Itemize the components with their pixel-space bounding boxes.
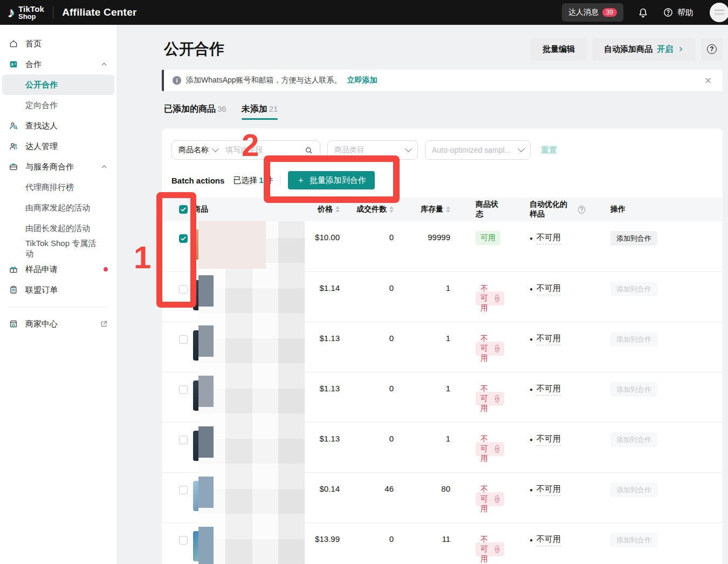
page-title: 公开合作 — [164, 39, 224, 59]
sidebar-item-1[interactable]: 合作 — [2, 54, 114, 74]
sidebar-item-label: 查找达人 — [25, 121, 58, 131]
sidebar-item-6[interactable]: 与服务商合作 — [2, 157, 114, 177]
price-value: $1.14 — [306, 272, 344, 293]
stock-value: 1 — [398, 272, 455, 293]
banner-close-icon[interactable]: ✕ — [705, 76, 712, 86]
top-bar: ♪ TikTok Shop Affiliate Center 达人消息 39 帮… — [0, 0, 728, 25]
sidebar-item-8[interactable]: 由商家发起的活动 — [2, 198, 114, 218]
status-help-icon: ? — [495, 445, 499, 453]
price-value: $13.99 — [306, 523, 344, 543]
bullet-icon: ● — [530, 386, 533, 392]
sidebar-item-2[interactable]: 公开合作 — [2, 74, 114, 95]
tab-added-products[interactable]: 已添加的商品36 — [164, 104, 226, 120]
sidebar-item-3[interactable]: 定向合作 — [2, 95, 114, 115]
select-all-checkbox[interactable] — [179, 205, 188, 214]
sidebar-item-12[interactable]: 联盟订单 — [2, 280, 114, 300]
chevron-up-icon — [100, 163, 108, 171]
column-header-3[interactable]: 库存量 — [398, 205, 455, 214]
help-button[interactable]: 帮助 — [663, 7, 693, 18]
order-icon — [9, 285, 18, 295]
chevron-right-icon — [677, 46, 684, 52]
find-icon — [9, 121, 18, 131]
add-to-collaboration-button[interactable]: 添加到合作 — [610, 231, 657, 246]
service-icon — [9, 162, 18, 172]
sidebar-item-label: 达人管理 — [25, 141, 58, 152]
column-header-1[interactable]: 价格 — [306, 205, 344, 214]
bullet-icon: ● — [530, 537, 533, 543]
account-avatar[interactable] — [710, 3, 728, 22]
sidebar-item-label: 合作 — [25, 59, 42, 70]
tab-not-added[interactable]: 未添加21 — [242, 104, 278, 120]
reset-filters-link[interactable]: 重置 — [541, 145, 557, 155]
sold-count-value: 0 — [344, 523, 398, 543]
row-checkbox[interactable] — [179, 385, 188, 394]
row-checkbox[interactable] — [179, 335, 188, 344]
product-tabs: 已添加的商品36 未添加21 — [164, 104, 723, 120]
chevron-down-icon — [518, 145, 525, 152]
auto-add-products-button[interactable]: 自动添加商品 开启 — [592, 38, 696, 60]
sidebar-item-11[interactable]: 样品申请 — [2, 259, 114, 280]
auto-sample-status: ●不可用 — [530, 384, 585, 396]
column-header-0: 商品 — [193, 205, 306, 214]
search-input: 填写此字段 — [225, 145, 304, 155]
search-field-combo[interactable]: 商品名称 填写此字段 — [171, 140, 320, 160]
chevron-down-icon — [212, 145, 219, 152]
add-to-collaboration-button: 添加到合作 — [610, 533, 657, 547]
price-value: $1.13 — [306, 372, 344, 393]
sidebar-item-label: 首页 — [25, 39, 42, 49]
sold-count-value: 0 — [344, 423, 398, 443]
field-selector: 商品名称 — [178, 145, 209, 155]
row-checkbox[interactable] — [179, 285, 188, 294]
row-checkbox[interactable] — [179, 436, 188, 444]
column-header-2[interactable]: 成交件数 — [344, 205, 398, 214]
sidebar-item-label: 样品申请 — [25, 264, 58, 275]
bullet-icon: ● — [530, 437, 533, 443]
sidebar-item-9[interactable]: 由团长发起的活动 — [2, 218, 114, 239]
column-header-4: 商品状态 — [455, 200, 509, 219]
people-icon — [9, 141, 18, 151]
app-title: Affiliate Center — [62, 6, 136, 18]
add-now-link[interactable]: 立即添加 — [347, 76, 377, 85]
sidebar-item-7[interactable]: 代理商排行榜 — [2, 177, 114, 198]
sold-count-value: 46 — [344, 473, 398, 493]
row-checkbox[interactable] — [179, 536, 188, 545]
notification-bell-icon[interactable] — [637, 7, 649, 18]
sidebar-item-5[interactable]: 达人管理 — [2, 136, 114, 157]
sidebar-item-4[interactable]: 查找达人 — [2, 115, 114, 136]
status-badge: 不可用? — [476, 492, 504, 506]
sidebar-item-10[interactable]: TikTok Shop 专属活动 — [2, 239, 114, 259]
price-value: $1.13 — [306, 322, 344, 343]
auto-sample-status: ●不可用 — [530, 233, 585, 244]
selected-count-text: 已选择1件 — [233, 175, 273, 186]
sold-count-value: 0 — [344, 221, 398, 242]
status-help-icon: ? — [495, 495, 499, 503]
tiktok-shop-logo[interactable]: TikTok Shop — [18, 5, 44, 21]
affiliate-center-app: ♪ TikTok Shop Affiliate Center 达人消息 39 帮… — [0, 0, 728, 564]
row-checkbox[interactable] — [179, 486, 188, 494]
bulk-add-to-collaboration-button[interactable]: ＋批量添加到合作 — [288, 171, 375, 189]
plus-icon: ＋ — [297, 175, 305, 186]
price-value: $1.13 — [306, 423, 344, 443]
add-to-collaboration-button: 添加到合作 — [610, 332, 657, 346]
stock-value: 99999 — [398, 221, 455, 242]
bulk-edit-button[interactable]: 批量编辑 — [531, 38, 587, 60]
notification-dot — [104, 267, 108, 271]
auto-sample-status: ●不可用 — [530, 484, 585, 496]
sidebar-item-label: TikTok Shop 专属活动 — [25, 239, 101, 259]
add-to-collaboration-button: 添加到合作 — [610, 282, 657, 296]
tips-button[interactable]: ? — [701, 38, 723, 60]
sample-filter[interactable]: Auto-optimized sampl... — [425, 140, 531, 160]
batch-actions-bar: Batch actions 已选择1件 ＋批量添加到合作 — [171, 171, 713, 189]
category-filter[interactable]: 商品类目 — [327, 140, 418, 160]
status-badge: 不可用? — [476, 442, 504, 456]
sort-icon — [335, 206, 340, 213]
row-checkbox[interactable] — [179, 234, 188, 243]
sidebar-item-0[interactable]: 首页 — [2, 33, 114, 54]
creator-messages-button[interactable]: 达人消息 39 — [562, 3, 623, 22]
status-badge: 不可用? — [476, 392, 504, 406]
sidebar-item-14[interactable]: 商家中心 — [2, 314, 114, 334]
divider — [53, 6, 53, 18]
sidebar-item-label: 联盟订单 — [25, 285, 58, 295]
sort-icon — [446, 206, 450, 213]
price-value: $10.00 — [306, 221, 344, 242]
